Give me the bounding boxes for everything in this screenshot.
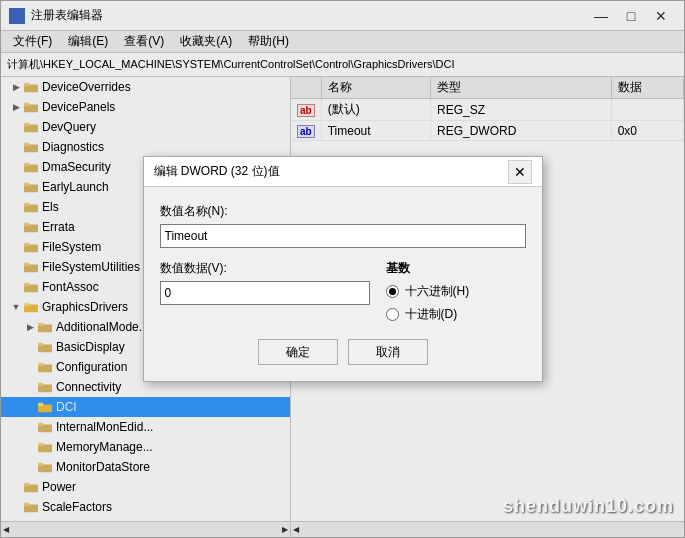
ok-button[interactable]: 确定	[258, 339, 338, 365]
cancel-button[interactable]: 取消	[348, 339, 428, 365]
main-window: 注册表编辑器 — □ ✕ 文件(F) 编辑(E) 查看(V) 收藏夹(A) 帮助…	[0, 0, 685, 538]
dialog-close-button[interactable]: ✕	[508, 160, 532, 184]
radio-hex[interactable]: 十六进制(H)	[386, 283, 526, 300]
radio-group: 十六进制(H) 十进制(D)	[386, 283, 526, 323]
field-name-input[interactable]	[160, 224, 526, 248]
radio-dec[interactable]: 十进制(D)	[386, 306, 526, 323]
radio-hex-circle	[386, 285, 399, 298]
field-data-label: 数值数据(V):	[160, 260, 370, 277]
dialog-title: 编辑 DWORD (32 位)值	[154, 163, 508, 180]
radio-hex-dot	[389, 288, 396, 295]
radio-dec-circle	[386, 308, 399, 321]
dword-dialog: 编辑 DWORD (32 位)值 ✕ 数值名称(N): 数值数据(V): 基数	[143, 156, 543, 382]
base-label: 基数	[386, 260, 526, 277]
field-data-input[interactable]	[160, 281, 370, 305]
radio-dec-label: 十进制(D)	[405, 306, 458, 323]
dialog-title-bar: 编辑 DWORD (32 位)值 ✕	[144, 157, 542, 187]
base-section: 基数 十六进制(H) 十进制(D)	[386, 260, 526, 323]
data-base-row: 数值数据(V): 基数 十六进制(H)	[160, 260, 526, 323]
dialog-body: 数值名称(N): 数值数据(V): 基数	[144, 187, 542, 381]
field-name-label: 数值名称(N):	[160, 203, 526, 220]
radio-hex-label: 十六进制(H)	[405, 283, 470, 300]
data-section: 数值数据(V):	[160, 260, 370, 323]
dialog-overlay: 编辑 DWORD (32 位)值 ✕ 数值名称(N): 数值数据(V): 基数	[1, 1, 684, 537]
dialog-buttons: 确定 取消	[160, 339, 526, 365]
